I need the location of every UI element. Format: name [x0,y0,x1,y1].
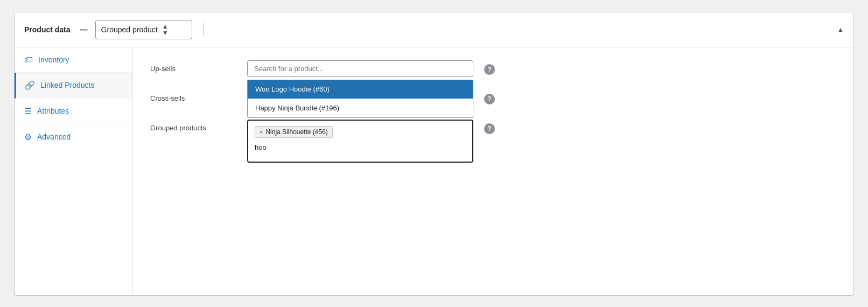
grouped-products-input[interactable] [255,141,466,151]
grouped-products-label: Grouped products [150,120,236,132]
upsells-row: Up-sells Woo Logo Hoodie (#60) Happy Nin… [150,60,836,77]
product-type-label: Grouped product [101,25,158,34]
ninja-silhouette-tag: × Ninja Silhouette (#56) [255,126,333,138]
link-icon: 🔗 [24,80,35,90]
upsells-help-icon[interactable]: ? [484,64,495,75]
dropdown-item-happy-ninja[interactable]: Happy Ninja Bundle (#196) [248,99,473,117]
panel-header: Product data — Grouped product ▲ ▼ ▲ [15,12,853,47]
upsells-dropdown: Woo Logo Hoodie (#60) Happy Ninja Bundle… [247,80,473,118]
panel-body: 🏷 Inventory 🔗 Linked Products ☰ Attribut… [15,47,853,295]
sidebar-item-linked-label: Linked Products [40,81,94,89]
grouped-products-row: Grouped products × Ninja Silhouette (#56… [150,120,836,163]
header-divider [203,23,204,36]
crosssells-label: Cross-sells [150,90,236,102]
upsells-label: Up-sells [150,60,236,73]
gear-icon: ⚙ [24,132,32,142]
sidebar-item-attributes-label: Attributes [37,107,69,115]
collapse-button[interactable]: ▲ [837,26,844,33]
sidebar: 🏷 Inventory 🔗 Linked Products ☰ Attribut… [15,47,133,295]
sidebar-item-advanced[interactable]: ⚙ Advanced [15,124,132,150]
product-data-panel: Product data — Grouped product ▲ ▼ ▲ 🏷 I… [14,12,854,296]
grouped-products-help-icon[interactable]: ? [484,123,495,134]
sidebar-item-linked-products[interactable]: 🔗 Linked Products [15,73,132,99]
grouped-products-field[interactable]: × Ninja Silhouette (#56) [247,120,473,163]
upsells-control: Woo Logo Hoodie (#60) Happy Ninja Bundle… [247,60,473,77]
sidebar-item-inventory[interactable]: 🏷 Inventory [15,47,132,73]
tag-remove-icon[interactable]: × [260,129,263,135]
main-content: Up-sells Woo Logo Hoodie (#60) Happy Nin… [133,47,853,295]
sidebar-item-inventory-label: Inventory [38,55,69,64]
header-dash: — [80,25,88,34]
crosssells-help-icon[interactable]: ? [484,94,495,104]
tag-icon: 🏷 [24,55,33,65]
grouped-products-control: × Ninja Silhouette (#56) [247,120,473,163]
product-type-dropdown[interactable]: Grouped product ▲ ▼ [95,20,192,39]
sidebar-item-advanced-label: Advanced [37,132,71,141]
sidebar-item-attributes[interactable]: ☰ Attributes [15,99,132,124]
dropdown-arrows-icon: ▲ ▼ [162,23,169,36]
tag-label: Ninja Silhouette (#56) [265,128,327,136]
product-data-label: Product data [24,25,71,34]
dropdown-item-woo-hoodie[interactable]: Woo Logo Hoodie (#60) [248,80,473,99]
header-left: Product data — Grouped product ▲ ▼ [24,20,204,39]
list-icon: ☰ [24,106,32,116]
upsells-input[interactable] [247,60,473,77]
